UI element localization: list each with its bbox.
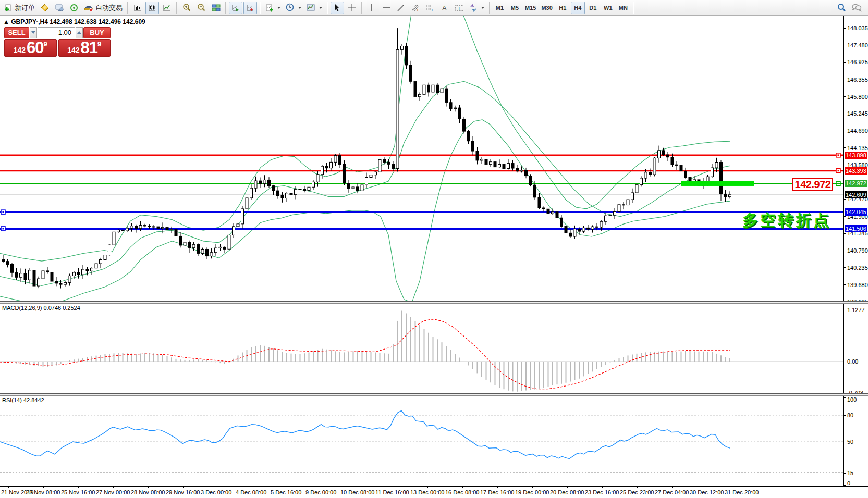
new-order-button[interactable]: 新订单 <box>2 2 37 14</box>
label-button[interactable]: T <box>453 2 466 14</box>
time-axis-tick <box>78 487 79 488</box>
timeframe-button-m15[interactable]: M15 <box>523 2 538 14</box>
bar-chart-button[interactable] <box>131 2 144 14</box>
axis-tick <box>844 362 846 362</box>
toolbar-separator <box>633 2 634 14</box>
crosshair-button[interactable] <box>345 2 359 14</box>
time-axis-label: 27 Nov 00:00 <box>96 489 130 495</box>
new-order-label: 新订单 <box>15 3 35 13</box>
axis-tick <box>844 251 846 251</box>
timeframe-button-m5[interactable]: M5 <box>508 2 522 14</box>
price-axis-label: 144.135 <box>847 145 868 151</box>
axis-tick <box>844 131 846 131</box>
text-button[interactable]: A <box>438 2 451 14</box>
volume-increase-button[interactable] <box>76 27 83 38</box>
turning-point-annotation[interactable]: 多空转折点 <box>742 210 831 231</box>
buy-button[interactable]: BUY <box>83 27 111 38</box>
time-axis-tick <box>113 487 114 488</box>
time-axis-label: 22 Nov 08:00 <box>26 489 60 495</box>
price-axis-label: 147.480 <box>847 42 868 48</box>
periods-button[interactable] <box>284 2 303 14</box>
autoscroll-icon <box>231 4 240 12</box>
rsi-axis-label: 80 <box>847 412 853 418</box>
crosshair-icon <box>348 4 356 12</box>
macd-axis-label: 1.1277 <box>847 307 865 313</box>
price-axis-label: 140.235 <box>847 265 868 271</box>
tile-windows-button[interactable] <box>209 2 223 14</box>
chart-shift-button[interactable] <box>243 2 257 14</box>
time-axis-label: 4 Dec 08:00 <box>236 489 266 495</box>
time-axis-label: 10 Dec 08:00 <box>340 489 374 495</box>
chevron-down-icon <box>319 7 322 9</box>
time-axis-tick <box>602 487 603 488</box>
axis-tick <box>844 147 846 148</box>
svg-text:F: F <box>432 8 434 12</box>
price-axis-marker-blue: 142.045 <box>845 208 867 216</box>
price-axis-marker-red: 143.898 <box>845 152 867 159</box>
line-chart-button[interactable] <box>160 2 174 14</box>
templates-button[interactable] <box>304 2 324 14</box>
time-axis-label: 17 Dec 16:00 <box>480 489 514 495</box>
price-axis-label: 145.245 <box>847 110 868 117</box>
timeframe-button-w1[interactable]: W1 <box>601 2 615 14</box>
time-axis-label: 16 Dec 08:00 <box>445 489 479 495</box>
fibonacci-button[interactable]: F <box>423 2 437 14</box>
volume-input[interactable] <box>38 27 75 38</box>
trendline-button[interactable] <box>394 2 408 14</box>
autotrade-button[interactable]: 自动交易 <box>82 2 125 14</box>
search-icon <box>837 3 846 12</box>
axis-tick <box>844 233 846 234</box>
buy-price-panel[interactable]: 142 81 9 <box>58 39 111 57</box>
price-axis[interactable]: 148.035147.480146.925146.355145.800145.2… <box>843 16 868 486</box>
timeframe-button-m1[interactable]: M1 <box>493 2 507 14</box>
sell-price-panel[interactable]: 142 60 9 <box>4 39 57 57</box>
axis-tick <box>844 442 846 442</box>
timeframe-button-mn[interactable]: MN <box>616 2 630 14</box>
buy-price-fraction: 9 <box>97 40 101 48</box>
time-axis-label: 3 Dec 00:00 <box>201 489 231 495</box>
indicators-button[interactable] <box>263 2 283 14</box>
chat-button[interactable] <box>849 2 864 14</box>
time-axis-label: 23 Dec 16:00 <box>585 489 619 495</box>
toolbar: 新订单 自动交易 <box>0 0 868 16</box>
vertical-line-button[interactable] <box>365 2 378 14</box>
autoscroll-button[interactable] <box>229 2 242 14</box>
timeframe-button-m30[interactable]: M30 <box>539 2 554 14</box>
panel-separator[interactable] <box>0 301 868 304</box>
zoom-in-button[interactable] <box>180 2 193 14</box>
panel-separator[interactable] <box>0 393 868 396</box>
buy-price-integer: 142 <box>67 45 79 55</box>
svg-text:A: A <box>442 4 447 12</box>
time-axis-tick <box>218 487 218 488</box>
signal-button[interactable] <box>67 2 81 14</box>
price-axis-label: 148.035 <box>847 25 868 31</box>
price-flag-label[interactable]: 142.972 <box>792 178 833 191</box>
candlestick-button[interactable] <box>145 2 159 14</box>
terminal-button[interactable] <box>53 2 66 14</box>
toolbar-separator <box>225 2 226 14</box>
horizontal-line-button[interactable] <box>380 2 393 14</box>
time-axis-tick <box>427 487 428 488</box>
axis-tick <box>844 310 846 310</box>
zoom-out-button[interactable] <box>194 2 208 14</box>
macd-canvas[interactable] <box>0 304 843 393</box>
timeframe-button-h4[interactable]: H4 <box>571 2 585 14</box>
volume-decrease-button[interactable] <box>30 27 37 38</box>
price-axis-marker-black: 142.609 <box>845 191 867 198</box>
time-axis-tick <box>672 487 673 488</box>
gold-diamond-button[interactable] <box>38 2 52 14</box>
time-axis-tick <box>462 487 463 488</box>
sell-button[interactable]: SELL <box>4 27 29 38</box>
timeframe-button-h1[interactable]: H1 <box>556 2 570 14</box>
main-chart-canvas[interactable] <box>0 16 843 301</box>
rsi-canvas[interactable] <box>0 396 843 486</box>
arrows-button[interactable] <box>467 2 486 14</box>
search-button[interactable] <box>835 2 848 14</box>
time-axis[interactable]: 21 Nov 201922 Nov 08:0025 Nov 16:0027 No… <box>0 486 868 498</box>
toolbar-separator <box>176 2 177 14</box>
timeframe-button-d1[interactable]: D1 <box>586 2 600 14</box>
cursor-button[interactable] <box>331 2 344 14</box>
axis-tick <box>844 267 846 268</box>
macd-indicator-label: MACD(12,26,9) 0.0746 0.2524 <box>2 305 80 311</box>
channel-button[interactable]: E <box>409 2 422 14</box>
